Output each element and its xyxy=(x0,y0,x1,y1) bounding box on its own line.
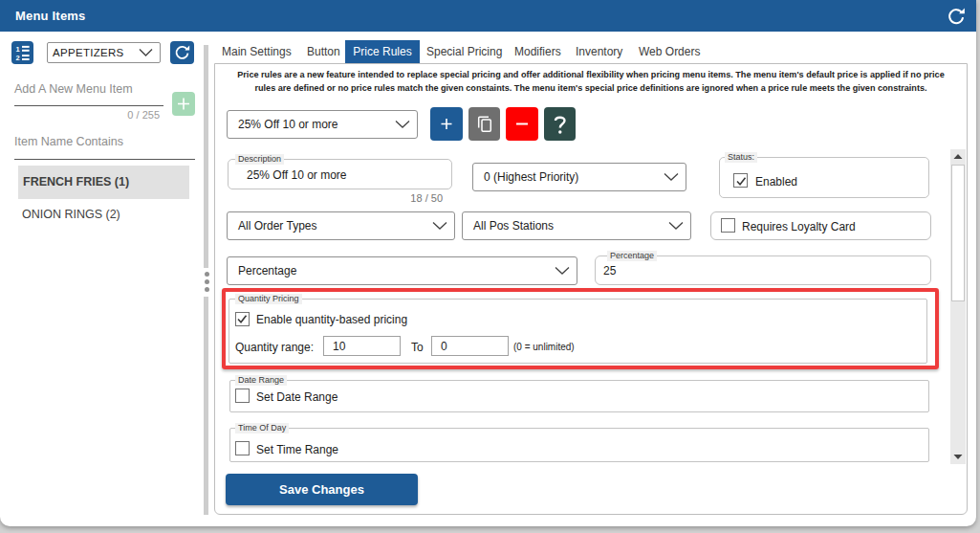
svg-text:1: 1 xyxy=(16,45,20,54)
svg-text:2: 2 xyxy=(16,54,20,62)
